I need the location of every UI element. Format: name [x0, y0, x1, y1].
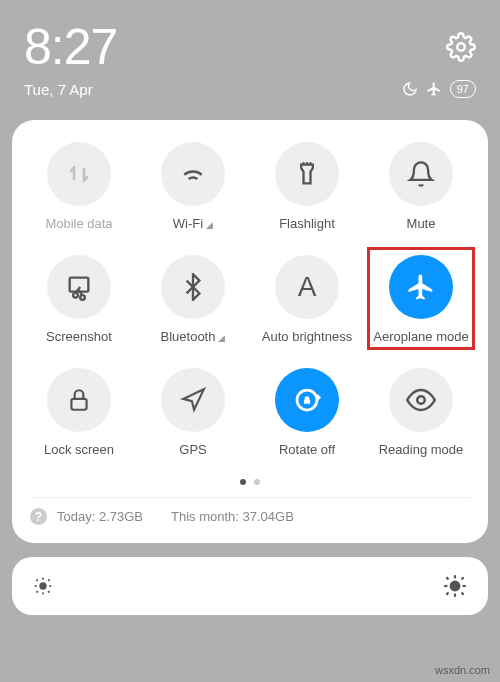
battery-indicator: 97	[450, 80, 476, 98]
info-icon: ?	[30, 508, 47, 525]
data-month: This month: 37.04GB	[171, 509, 294, 524]
tiles-grid: Mobile data Wi-Fi◢ Flashlight Mute	[22, 142, 478, 457]
tile-label: Rotate off	[279, 442, 335, 457]
tile-flashlight[interactable]: Flashlight	[250, 142, 364, 231]
tile-mobile-data[interactable]: Mobile data	[22, 142, 136, 231]
page-dot-2	[254, 479, 260, 485]
bell-icon	[389, 142, 453, 206]
date: Tue, 7 Apr	[24, 81, 93, 98]
svg-line-22	[462, 593, 464, 595]
quick-settings-panel: Mobile data Wi-Fi◢ Flashlight Mute	[12, 120, 488, 543]
watermark: wsxdn.com	[435, 664, 490, 676]
svg-line-12	[36, 579, 37, 580]
highlight-box	[367, 247, 475, 350]
svg-line-13	[48, 591, 49, 592]
svg-point-2	[73, 293, 78, 298]
svg-line-21	[446, 577, 448, 579]
settings-icon[interactable]	[446, 32, 476, 62]
svg-rect-4	[71, 399, 86, 410]
tile-gps[interactable]: GPS	[136, 368, 250, 457]
airplane-status-icon	[426, 81, 442, 97]
svg-point-16	[451, 582, 460, 591]
page-indicator	[22, 479, 478, 485]
tile-screenshot[interactable]: Screenshot	[22, 255, 136, 344]
tile-label: Mute	[407, 216, 436, 231]
bluetooth-icon	[161, 255, 225, 319]
tile-label: Wi-Fi◢	[173, 216, 213, 231]
eye-icon	[389, 368, 453, 432]
wifi-icon	[161, 142, 225, 206]
tile-mute[interactable]: Mute	[364, 142, 478, 231]
svg-line-23	[446, 593, 448, 595]
tile-label: Screenshot	[46, 329, 112, 344]
screenshot-icon	[47, 255, 111, 319]
tile-label: GPS	[179, 442, 206, 457]
lock-icon	[47, 368, 111, 432]
location-arrow-icon	[161, 368, 225, 432]
status-bar: 8:27 Tue, 7 Apr 97	[0, 0, 500, 106]
svg-point-7	[40, 583, 46, 589]
tile-label: Auto brightness	[262, 329, 352, 344]
tile-bluetooth[interactable]: Bluetooth◢	[136, 255, 250, 344]
tile-label: Lock screen	[44, 442, 114, 457]
tile-label: Reading mode	[379, 442, 464, 457]
flashlight-icon	[275, 142, 339, 206]
tile-reading-mode[interactable]: Reading mode	[364, 368, 478, 457]
brightness-slider[interactable]	[12, 557, 488, 615]
tile-lock-screen[interactable]: Lock screen	[22, 368, 136, 457]
tile-label: Mobile data	[45, 216, 112, 231]
tile-wifi[interactable]: Wi-Fi◢	[136, 142, 250, 231]
divider	[30, 497, 470, 498]
tile-label: Bluetooth◢	[161, 329, 226, 344]
svg-point-0	[457, 43, 465, 51]
brightness-high-icon	[442, 573, 468, 599]
svg-line-24	[462, 577, 464, 579]
dnd-icon	[402, 81, 418, 97]
status-icons: 97	[402, 80, 476, 98]
svg-point-3	[80, 295, 85, 300]
brightness-low-icon	[32, 575, 54, 597]
page-dot-1	[240, 479, 246, 485]
auto-brightness-icon: A	[275, 255, 339, 319]
mobile-data-icon	[47, 142, 111, 206]
rotate-lock-icon	[275, 368, 339, 432]
svg-point-6	[417, 396, 425, 404]
svg-line-15	[48, 579, 49, 580]
tile-aeroplane-mode[interactable]: Aeroplane mode	[364, 255, 478, 344]
tile-rotate-off[interactable]: Rotate off	[250, 368, 364, 457]
tile-label: Flashlight	[279, 216, 335, 231]
data-today: Today: 2.73GB	[57, 509, 143, 524]
clock: 8:27	[24, 18, 117, 76]
tile-auto-brightness[interactable]: A Auto brightness	[250, 255, 364, 344]
data-usage-row[interactable]: ? Today: 2.73GB This month: 37.04GB	[22, 508, 478, 529]
svg-line-14	[36, 591, 37, 592]
